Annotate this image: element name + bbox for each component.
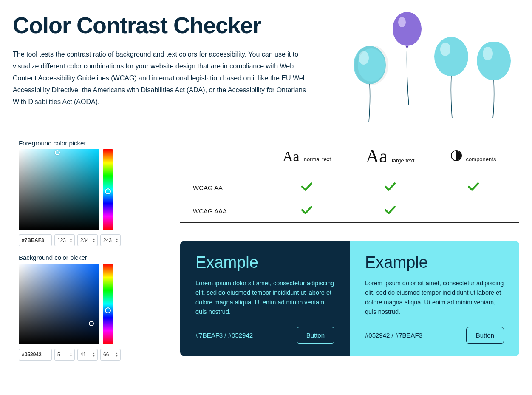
background-hex-input[interactable] bbox=[19, 349, 52, 361]
compliance-table: Aanormal text Aalarge text components WC… bbox=[180, 139, 519, 223]
example-heading: Example bbox=[195, 253, 334, 272]
example-body: Lorem ipsum dolor sit amet, consectetur … bbox=[365, 278, 504, 317]
svg-point-3 bbox=[393, 12, 422, 46]
example-light: Example Lorem ipsum dolor sit amet, cons… bbox=[350, 241, 519, 356]
col-normal-text: Aanormal text bbox=[265, 148, 348, 165]
check-icon bbox=[301, 182, 312, 193]
foreground-g-input[interactable]: 234▲▼ bbox=[77, 234, 98, 246]
foreground-saturation-value[interactable] bbox=[19, 149, 99, 230]
example-heading: Example bbox=[365, 253, 504, 272]
background-picker-label: Background color picker bbox=[19, 254, 142, 261]
contrast-icon bbox=[451, 150, 462, 161]
foreground-r-input[interactable]: 123▲▼ bbox=[54, 234, 75, 246]
foreground-hex-input[interactable] bbox=[19, 234, 52, 246]
example-dark: Example Lorem ipsum dolor sit amet, cons… bbox=[180, 241, 350, 356]
foreground-hue-slider[interactable] bbox=[103, 149, 113, 230]
check-icon bbox=[301, 205, 312, 216]
row-wcag-aa: WCAG AA bbox=[184, 184, 265, 191]
balloon-illustration bbox=[353, 12, 519, 114]
page-intro: The tool tests the contrast ratio of bac… bbox=[13, 48, 319, 108]
svg-point-6 bbox=[434, 37, 468, 76]
check-icon bbox=[385, 182, 396, 193]
example-button[interactable]: Button bbox=[297, 327, 334, 344]
check-icon bbox=[385, 205, 396, 216]
svg-point-8 bbox=[477, 42, 511, 80]
col-components: components bbox=[432, 150, 515, 162]
row-wcag-aaa: WCAG AAA bbox=[184, 207, 265, 215]
example-color-codes: #052942 / #7BEAF3 bbox=[365, 332, 422, 339]
background-hue-slider[interactable] bbox=[103, 264, 113, 344]
svg-point-4 bbox=[398, 17, 406, 27]
background-g-input[interactable]: 41▲▼ bbox=[77, 349, 98, 361]
example-button[interactable]: Button bbox=[466, 327, 504, 344]
svg-point-7 bbox=[440, 43, 450, 56]
col-large-text: Aalarge text bbox=[348, 145, 432, 167]
example-color-codes: #7BEAF3 / #052942 bbox=[195, 332, 253, 339]
background-r-input[interactable]: 5▲▼ bbox=[54, 349, 75, 361]
example-body: Lorem ipsum dolor sit amet, consectetur … bbox=[195, 278, 334, 317]
background-saturation-value[interactable] bbox=[19, 264, 99, 344]
svg-point-9 bbox=[483, 47, 493, 60]
page-title: Color Contrast Checker bbox=[13, 12, 336, 38]
svg-marker-5 bbox=[405, 46, 409, 48]
background-b-input[interactable]: 66▲▼ bbox=[100, 349, 121, 361]
foreground-b-input[interactable]: 243▲▼ bbox=[100, 234, 121, 246]
foreground-picker-label: Foreground color picker bbox=[19, 139, 142, 147]
check-icon bbox=[468, 182, 479, 193]
